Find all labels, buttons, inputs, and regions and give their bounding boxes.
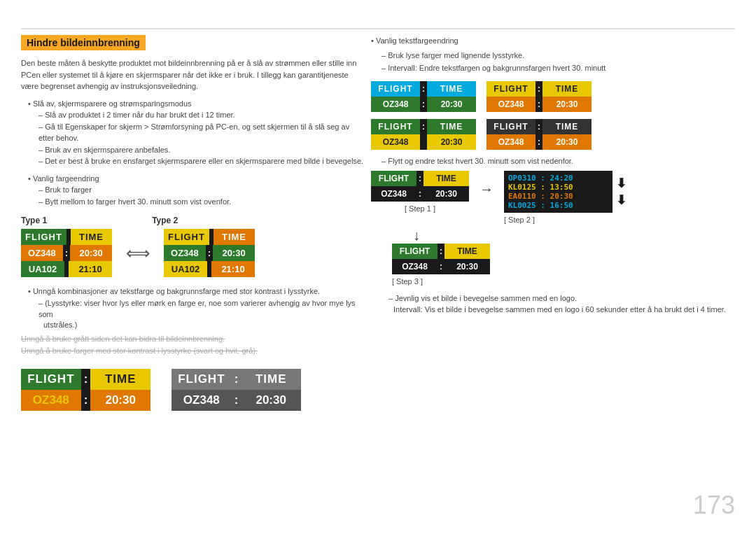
grid-row-1: OZ348 : 20:30 [371,97,476,112]
intro-text: Den beste måten å beskytte produktet mot… [21,57,364,92]
type1-label: Type 1 [21,216,47,225]
g3-sep: : [420,119,427,134]
g3-val: 20:30 [427,134,476,150]
g2-sep: : [536,81,542,97]
bullet-section-1: Slå av, skjermsparere og strømsparingsmo… [21,98,364,167]
left-column: Hindre bildeinnbrenning Den beste måten … [21,35,364,411]
g1-flight: FLIGHT [371,81,420,97]
bottom-hdr-1: FLIGHT : TIME [21,369,150,390]
type1-sep-1: : [63,245,70,261]
type2-val-1: 20:30 [213,245,255,261]
step3-val: 20:30 [444,259,490,274]
step2-display: OP0310 : 24:20 KL0125 : 13:50 EA0110 : 2… [504,171,612,213]
grid-display-3: FLIGHT : TIME OZ348 : 20:30 [371,119,476,150]
step3-row-sep: : [438,259,444,274]
dash-item-1-2: Gå til Egenskaper for skjerm > Strømfors… [38,121,364,144]
type2-header: FLIGHT TIME [164,229,255,245]
dash-item-1-3: Bruk av en skjermsparere anbefales. [38,144,364,156]
avoid-dash: (Lysstyrke: viser hvor lys eller mørk en… [38,297,364,321]
step1-row: OZ348 : 20:30 [371,186,469,202]
bottom-notes: Jevnlig vis et bilde i bevegelse sammen … [371,293,735,316]
type1-hdr-flight: FLIGHT [21,229,66,245]
step3-sep: : [438,244,444,259]
step2-arrows: ⬇ ⬇ [616,176,626,208]
step3-hdr: FLIGHT : TIME [392,244,490,259]
bullet-item-1: Slå av, skjermsparere og strømsparingsmo… [28,98,364,110]
bottom-note-1: Jevnlig vis et bilde i bevegelse sammen … [388,293,735,304]
step2-label: [ Step 2 ] [504,216,535,224]
g4-code: OZ348 [486,134,536,150]
grid-hdr-2: FLIGHT : TIME [486,81,592,97]
dash-item-1-4: Det er best å bruke en ensfarget skjerms… [38,155,364,167]
type2-hdr-flight: FLIGHT [164,229,209,245]
type2-label: Type 2 [152,216,178,225]
bottom-code-2: OZ348 [172,390,232,411]
step3-block: FLIGHT : TIME OZ348 : 20:30 [ Step 3 ] [392,244,735,286]
top-divider [21,28,735,29]
grid-row-3: OZ348 : 20:30 [371,134,476,150]
type1-val-2: 21:10 [69,261,112,277]
bottom-hdr-sep-1: : [81,369,91,390]
types-container: FLIGHT TIME OZ348 : 20:30 UA102 21:10 ⟺ … [21,229,364,277]
g2-row-sep: : [536,97,542,112]
step1-code: OZ348 [371,186,416,202]
avoid-section: Unngå kombinasjoner av tekstfarge og bak… [21,286,364,329]
step1-display: FLIGHT : TIME OZ348 : 20:30 [371,171,469,202]
step2-inner: OP0310 : 24:20 KL0125 : 13:50 EA0110 : 2… [504,171,626,213]
step1-block: FLIGHT : TIME OZ348 : 20:30 [ Step 1 ] [371,171,469,213]
grid-hdr-4: FLIGHT : TIME [486,119,592,134]
bottom-hdr-time-2: TIME [241,369,301,390]
type2-code-1: OZ348 [164,245,206,261]
step2-block: OP0310 : 24:20 KL0125 : 13:50 EA0110 : 2… [504,171,626,224]
type1-row-2: UA102 21:10 [21,261,112,277]
bottom-val-1: 20:30 [90,390,150,411]
step-arrow-right: → [479,181,493,197]
grid-hdr-1: FLIGHT : TIME [371,81,476,97]
step2-row-1: OP0310 : 24:20 [508,174,608,183]
page-number: 173 [693,491,735,520]
type1-row-1: OZ348 : 20:30 [21,245,112,261]
g3-flight: FLIGHT [371,119,420,134]
bottom-sep-row-1: : [81,390,91,411]
bullet-section-2: Vanlig fargeendring Bruk to farger Bytt … [21,173,364,208]
swap-arrow: ⟺ [126,244,150,263]
bottom-sep-row-2: : [232,390,241,411]
g4-time: TIME [542,119,592,134]
dash-item-2-2: Bytt mellom to farger hvert 30. minutt s… [38,196,364,208]
type1-header: FLIGHT TIME [21,229,112,245]
g2-val: 20:30 [542,97,592,112]
step1-sep: : [416,171,424,186]
g3-row-sep: : [420,134,427,150]
type2-hdr-time: TIME [214,229,255,245]
grid-hdr-3: FLIGHT : TIME [371,119,476,134]
g4-flight: FLIGHT [486,119,536,134]
bottom-code-1: OZ348 [21,390,81,411]
bottom-note-2: Intervall: Vis et bilde i bevegelse samm… [393,304,735,316]
bullet-item-2: Vanlig fargeendring [28,173,364,185]
type2-row-2: UA102 21:10 [164,261,255,277]
type1-hdr-time: TIME [71,229,112,245]
type1-code-2: UA102 [21,261,64,277]
step3-time: TIME [444,244,490,259]
g3-time: TIME [427,119,476,134]
step1-label: [ Step 1 ] [405,204,435,213]
step2-row-2: KL0125 : 13:50 [508,183,608,192]
g4-row-sep: : [536,134,542,150]
g3-code: OZ348 [371,134,420,150]
g1-time: TIME [427,81,476,97]
type1-code-1: OZ348 [21,245,63,261]
grid-row-4: OZ348 : 20:30 [486,134,592,150]
right-dash-1: – Bruk lyse farger med lignende lysstyrk… [382,50,735,62]
grid-display-2: FLIGHT : TIME OZ348 : 20:30 [486,81,592,112]
bottom-displays: FLIGHT : TIME OZ348 : 20:30 FLIGHT : TIM… [21,369,364,411]
bottom-hdr-sep-2: : [232,369,241,390]
type2-display: FLIGHT TIME OZ348 : 20:30 UA102 21:10 [164,229,255,277]
bottom-val-2: 20:30 [241,390,301,411]
flight-grid: FLIGHT : TIME OZ348 : 20:30 FLIGHT : TIM… [371,81,595,150]
g4-sep: : [536,119,542,134]
step1-time: TIME [424,171,469,186]
type2-row-1: OZ348 : 20:30 [164,245,255,261]
bottom-display-1: FLIGHT : TIME OZ348 : 20:30 [21,369,150,411]
type1-display: FLIGHT TIME OZ348 : 20:30 UA102 21:10 [21,229,112,277]
bottom-hdr-time-1: TIME [90,369,150,390]
